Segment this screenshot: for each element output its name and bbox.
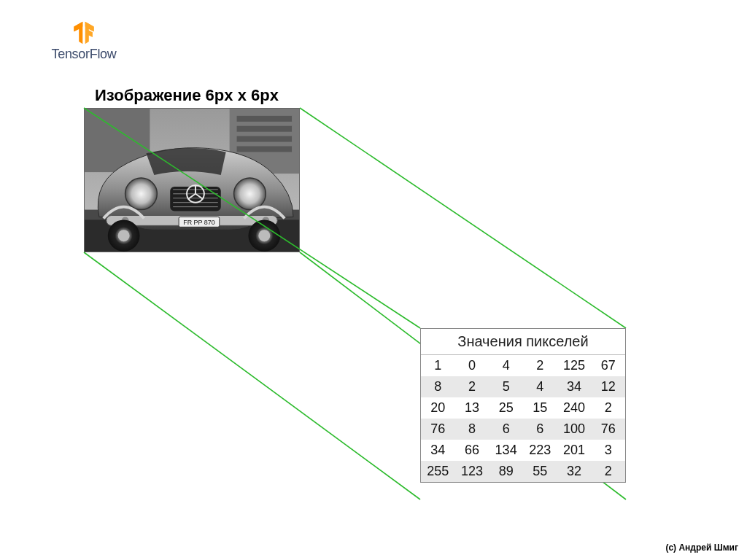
- svg-point-24: [234, 178, 266, 210]
- table-row: 1 0 4 2 125 67: [421, 355, 625, 376]
- tensorflow-icon: [71, 20, 96, 45]
- svg-rect-10: [237, 146, 292, 152]
- author-credit: (с) Андрей Шмиг: [665, 542, 738, 553]
- svg-rect-9: [237, 136, 292, 142]
- car-image-svg: FR PP 870: [85, 109, 299, 252]
- image-title: Изображение 6px x 6px: [95, 86, 279, 105]
- table-row: 34 66 134 223 201 3: [421, 440, 625, 461]
- table-row: 20 13 25 15 240 2: [421, 397, 625, 419]
- svg-line-36: [84, 252, 420, 499]
- source-image: FR PP 870: [84, 108, 300, 252]
- svg-marker-3: [85, 22, 94, 44]
- svg-rect-7: [237, 116, 292, 122]
- pixel-values-table: Значения пикселей 1 0 4 2 125 67 8 2 5 4…: [420, 328, 626, 483]
- svg-marker-1: [74, 22, 82, 44]
- svg-point-32: [258, 230, 270, 241]
- slide-stage: TensorFlow Изображение 6px x 6px: [0, 0, 747, 560]
- table-header: Значения пикселей: [421, 329, 625, 355]
- tensorflow-logo: TensorFlow: [40, 20, 128, 62]
- tensorflow-wordmark: TensorFlow: [40, 47, 128, 62]
- table-row: 8 2 5 4 34 12: [421, 376, 625, 397]
- svg-rect-8: [237, 126, 292, 132]
- svg-point-30: [118, 230, 130, 241]
- svg-point-23: [125, 178, 158, 210]
- pixel-grid: 1 0 4 2 125 67 8 2 5 4 34 12 20 13 25 15…: [421, 355, 625, 482]
- table-row: 76 8 6 6 100 76: [421, 419, 625, 440]
- license-plate-text: FR PP 870: [183, 219, 215, 226]
- svg-line-33: [300, 108, 626, 328]
- table-row: 255 123 89 55 32 2: [421, 461, 625, 482]
- projection-lines: [0, 0, 747, 560]
